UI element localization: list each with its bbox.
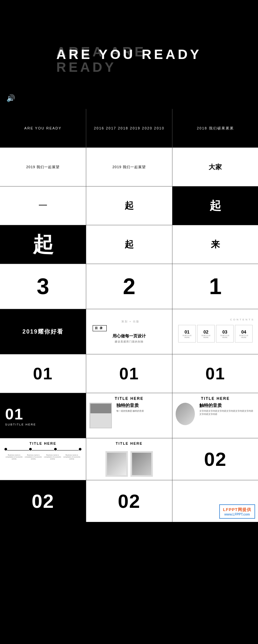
contents-subtitle: 用心做每一页设计 bbox=[112, 333, 146, 339]
slide-r10c3[interactable]: LFPPT网提供 www.LFPPT.com bbox=[172, 480, 258, 522]
timeline-item-4: Business name iscompilation of economica… bbox=[62, 454, 81, 460]
watermark-title: LFPPT网提供 bbox=[223, 507, 251, 513]
photo-card-1 bbox=[105, 451, 128, 477]
hero-title-wrapper: AREA ARE READY ARE YOU READY bbox=[56, 47, 202, 62]
contents-label: CONTENTS bbox=[175, 318, 256, 321]
slide-r3c2-text: 起 bbox=[125, 200, 134, 212]
slide-r6c2[interactable]: 策划 × 出版 目录 用心做每一页设计 建设美观而门面的别致 bbox=[86, 309, 172, 354]
slide-r2c2[interactable]: 2019 我们一起展望 bbox=[86, 148, 172, 186]
slide-r9c2[interactable]: TITLE HERE bbox=[86, 438, 172, 480]
slide-r8c1-subtitle: SUBTITLE HERE bbox=[5, 423, 36, 426]
slide-r5c1[interactable]: 3 bbox=[0, 264, 86, 309]
contents-desc: 建设美观而门面的别致 bbox=[115, 340, 144, 343]
photo-body-c2: 每一道担忧都是 触特的音质 bbox=[116, 409, 167, 413]
slide-r2c3-text: 大家 bbox=[209, 163, 222, 171]
slide-r1c3-text: 2018 我们硕果累累 bbox=[197, 126, 234, 131]
watermark: LFPPT网提供 www.LFPPT.com bbox=[219, 504, 255, 519]
slide-r8c1-num: 01 bbox=[5, 405, 23, 423]
slide-r5c2-text: 2 bbox=[123, 275, 136, 298]
contents-grid: 01 SUBTITLEHERE 02 SUBTITLEHERE 03 SUBTI… bbox=[175, 322, 256, 345]
slide-r9c3[interactable]: 02 bbox=[172, 438, 258, 480]
timeline-line-1 bbox=[7, 450, 29, 450]
slide-r6c1[interactable]: 2019耀你好看 bbox=[0, 309, 86, 354]
slide-r5c3[interactable]: 1 bbox=[172, 264, 258, 309]
slide-r3c2[interactable]: 起 bbox=[86, 186, 172, 225]
photo-slide-c3-title: TITLE HERE bbox=[176, 396, 255, 401]
slide-r3c1-text: 一 bbox=[38, 200, 47, 212]
timeline-line-3 bbox=[57, 450, 79, 450]
photo-slide-c2-title: TITLE HERE bbox=[89, 396, 169, 401]
timeline-dot-3 bbox=[54, 448, 57, 450]
slide-r8c2[interactable]: TITLE HERE 独特的音质 每一道担忧都是 触特的音质 bbox=[86, 393, 172, 438]
photo-slide-c3: TITLE HERE 触特的音质 文字内容文字内容文字内容文字内容文字内容文字内… bbox=[172, 393, 258, 438]
slide-r7c2[interactable]: 01 bbox=[86, 354, 172, 393]
slide-r4c3-text: 来 bbox=[211, 238, 220, 251]
slide-r4c1-text: 起 bbox=[33, 230, 54, 259]
slide-r3c3[interactable]: 起 bbox=[172, 186, 258, 225]
photo-kanji-c2: 独特的音质 bbox=[116, 403, 167, 409]
slide-r2c2-text: 2019 我们一起展望 bbox=[112, 165, 146, 169]
slide-r4c3[interactable]: 来 bbox=[172, 225, 258, 264]
contents-brand: 策划 × 出版 bbox=[121, 320, 139, 323]
slide-r2c1[interactable]: 2019 我们一起展望 bbox=[0, 148, 86, 186]
slide-r10c2-text: 02 bbox=[118, 490, 141, 512]
speaker-icon[interactable]: 🔊 bbox=[6, 94, 15, 103]
contents-item-3: 03 SUBTITLEHERE bbox=[216, 325, 234, 343]
slide-r9c1[interactable]: TITLE HERE Business name iscompilation o… bbox=[0, 438, 86, 480]
slide-r7c2-text: 01 bbox=[119, 364, 139, 383]
timeline-slide-c1: TITLE HERE Business name iscompilation o… bbox=[0, 438, 86, 480]
photo-card-slide: TITLE HERE bbox=[86, 438, 172, 480]
slide-r10c1[interactable]: 02 bbox=[0, 480, 86, 522]
slide-r4c1[interactable]: 起 bbox=[0, 225, 86, 264]
slide-r10c1-text: 02 bbox=[32, 490, 54, 512]
contents-title-box: 目录 bbox=[93, 325, 107, 331]
photo-kanji-c3: 触特的音质 bbox=[199, 403, 253, 409]
slide-r3c1[interactable]: 一 bbox=[0, 186, 86, 225]
photo-cards-row bbox=[105, 451, 153, 477]
slide-r1c1-text: ARE YOU READY bbox=[24, 126, 62, 130]
slide-r2c3[interactable]: 大家 bbox=[172, 148, 258, 186]
slide-r7c3[interactable]: 01 bbox=[172, 354, 258, 393]
slide-r9c3-text: 02 bbox=[204, 448, 227, 470]
slide-r7c3-text: 01 bbox=[205, 364, 225, 383]
watermark-url: www.LFPPT.com bbox=[223, 513, 251, 516]
slide-r2c1-text: 2019 我们一起展望 bbox=[26, 165, 60, 169]
timeline-title-c2: TITLE HERE bbox=[116, 442, 143, 445]
slide-r5c1-text: 3 bbox=[37, 275, 49, 298]
contents-item-4: 04 SUBTITLEHERE bbox=[235, 325, 253, 343]
slides-grid: ARE YOU READY 2016 2017 2018 2019 2020 2… bbox=[0, 109, 258, 522]
slide-r1c3[interactable]: 2018 我们硕果累累 bbox=[172, 109, 258, 147]
contents-item-1: 01 SUBTITLEHERE bbox=[178, 325, 196, 343]
contents-slide: 策划 × 出版 目录 用心做每一页设计 建设美观而门面的别致 bbox=[86, 317, 172, 347]
contents-item-2: 02 SUBTITLEHERE bbox=[197, 325, 215, 343]
timeline-dot-4 bbox=[79, 448, 81, 450]
slide-r1c2[interactable]: 2016 2017 2018 2019 2020 2010 bbox=[86, 109, 172, 147]
slide-r7c1-text: 01 bbox=[33, 364, 53, 383]
timeline-line-2 bbox=[32, 450, 54, 450]
slide-r5c3-text: 1 bbox=[209, 275, 222, 298]
timeline-item-3: Business name iscompilation of economica… bbox=[43, 454, 62, 460]
contents-grid-wrapper: CONTENTS 01 SUBTITLEHERE 02 SUBTITLEHERE… bbox=[172, 316, 258, 348]
slide-r5c2[interactable]: 2 bbox=[86, 264, 172, 309]
photo-text-block-c2: 独特的音质 每一道担忧都是 触特的音质 bbox=[114, 403, 169, 413]
hero-title-front: ARE YOU READY bbox=[56, 47, 202, 62]
slide-r1c2-text: 2016 2017 2018 2019 2020 2010 bbox=[94, 126, 164, 130]
slide-r7c1[interactable]: 01 bbox=[0, 354, 86, 393]
timeline-title-c1: TITLE HERE bbox=[3, 442, 83, 445]
photo-text-block-c3: 触特的音质 文字内容文字内容文字内容文字内容文字内容文字内容文字内容文字内容 bbox=[197, 403, 255, 416]
timeline-bar bbox=[3, 448, 83, 451]
photo-slide-c2: TITLE HERE 独特的音质 每一道担忧都是 触特的音质 bbox=[86, 393, 172, 438]
slide-r10c2[interactable]: 02 bbox=[86, 480, 172, 522]
slide-r8c3[interactable]: TITLE HERE 触特的音质 文字内容文字内容文字内容文字内容文字内容文字内… bbox=[172, 393, 258, 438]
timeline-dot-2 bbox=[29, 448, 32, 450]
timeline-item-1: Business name iscompilation of economica… bbox=[4, 454, 24, 460]
slide-r6c1-text: 2019耀你好看 bbox=[16, 321, 70, 342]
slide-r8c1[interactable]: 01 SUBTITLE HERE bbox=[0, 393, 86, 438]
slide-r6c3[interactable]: CONTENTS 01 SUBTITLEHERE 02 SUBTITLEHERE… bbox=[172, 309, 258, 354]
hero-section: AREA ARE READY ARE YOU READY 🔊 bbox=[0, 0, 258, 109]
timeline-dot-1 bbox=[4, 448, 7, 450]
slide-r4c2-text: 起 bbox=[125, 238, 134, 251]
slide-r1c1[interactable]: ARE YOU READY bbox=[0, 109, 86, 147]
photo-placeholder-c2 bbox=[89, 403, 112, 428]
slide-r4c2[interactable]: 起 bbox=[86, 225, 172, 264]
